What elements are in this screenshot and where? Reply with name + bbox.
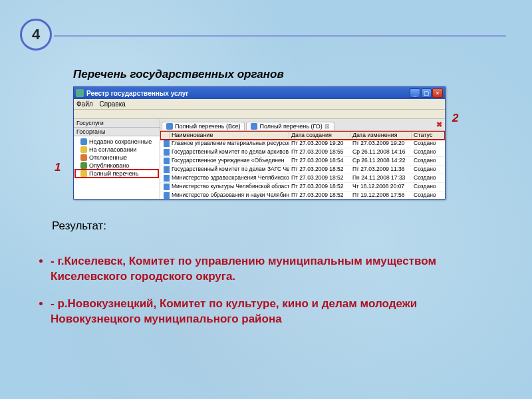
cell-name: Государственное учреждение «Объединен — [170, 157, 289, 165]
close-all-tabs-icon[interactable]: ✖ — [436, 120, 442, 129]
cell-modified: Пт 19.12.2008 17:56 — [350, 192, 412, 199]
folder-icon — [80, 162, 87, 169]
row-icon — [164, 149, 170, 156]
main-panel: Полный перечень (Все) Полный перечень (Г… — [160, 119, 445, 199]
cell-modified: Ср 26.11.2008 14:22 — [350, 157, 412, 165]
cell-status: Создано — [412, 157, 445, 165]
cell-created: Пт 27.03.2009 18:54 — [289, 157, 350, 165]
tab-icon — [251, 123, 257, 130]
cell-status: Создано — [412, 183, 445, 191]
row-icon — [164, 166, 170, 173]
sidebar-item-recent[interactable]: Недавно сохраненные — [75, 138, 158, 146]
cell-created: Пт 27.03.2009 19:20 — [289, 140, 350, 148]
bullet-item: - р.Новокузнецкий, Комитет по культуре, … — [51, 297, 492, 327]
cell-status: Создано — [412, 140, 445, 148]
sidebar-item-label: На согласовании — [89, 146, 136, 153]
row-icon — [164, 140, 170, 147]
sidebar-section-gosuslugi[interactable]: Госуслуги — [74, 119, 160, 128]
grid-header-modified[interactable]: Дата изменения — [350, 131, 412, 139]
table-row[interactable]: Государственное учреждение «ОбъединенПт … — [160, 157, 445, 166]
menubar: Файл Справка — [74, 99, 445, 110]
cell-name: Министерство здравоохранения Челябинской — [170, 174, 289, 182]
cell-status: Создано — [412, 192, 445, 199]
bullet-item: - г.Киселевск, Комитет по управлению мун… — [51, 254, 492, 285]
sidebar-item-published[interactable]: Опубликовано — [75, 162, 158, 170]
table-row[interactable]: Главное управление материальных ресурсов… — [160, 140, 445, 148]
callout-1: 1 — [55, 161, 61, 174]
folder-icon — [80, 170, 87, 177]
cell-created: Пт 27.03.2009 18:52 — [289, 174, 350, 182]
slide-number: 4 — [32, 26, 40, 43]
grid-header-row: Наименование Дата создания Дата изменени… — [160, 131, 445, 140]
tab-label: Полный перечень (ГО) — [259, 123, 322, 130]
cell-name: Главное управление материальных ресурсов — [170, 140, 289, 148]
sidebar-section-gosorgany[interactable]: Госорганы — [74, 128, 160, 136]
app-window: Реестр государственных услуг _ ▢ × Файл … — [73, 86, 446, 200]
cell-status: Создано — [412, 148, 445, 156]
close-button[interactable]: × — [432, 88, 443, 98]
cell-modified: Пн 24.11.2008 17:33 — [350, 174, 412, 182]
minimize-button[interactable]: _ — [410, 88, 420, 98]
table-row[interactable]: Государственный комитет по делам архивов… — [160, 148, 445, 157]
cell-name: Министерство образования и науки Челябин… — [170, 192, 289, 199]
titlebar[interactable]: Реестр государственных услуг _ ▢ × — [74, 87, 445, 99]
row-icon — [164, 192, 170, 199]
tab-icon — [166, 123, 173, 130]
maximize-button[interactable]: ▢ — [421, 88, 432, 98]
sidebar-tree: Недавно сохраненные На согласовании Откл… — [74, 136, 160, 199]
table-row[interactable]: Министерство образования и науки Челябин… — [160, 192, 445, 199]
grid-header-status[interactable]: Статус — [412, 131, 445, 139]
grid-header-name[interactable]: Наименование — [170, 131, 289, 139]
result-bullets: - г.Киселевск, Комитет по управлению мун… — [37, 254, 492, 339]
app-icon — [76, 89, 84, 97]
table-row[interactable]: Государственный комитет по делам ЗАГС Че… — [160, 166, 445, 174]
sidebar-item-rejected[interactable]: Отклоненные — [75, 154, 158, 162]
callout-2: 2 — [452, 112, 458, 125]
sidebar-item-full-list[interactable]: Полный перечень — [75, 170, 158, 178]
grid-header-created[interactable]: Дата создания — [289, 131, 350, 139]
window-title: Реестр государственных услуг — [86, 90, 410, 97]
sidebar-item-label: Недавно сохраненные — [89, 138, 152, 145]
toolbar — [74, 110, 445, 119]
cell-created: Пт 27.03.2009 18:55 — [289, 148, 350, 156]
tab-full-list-all[interactable]: Полный перечень (Все) — [162, 122, 245, 130]
cell-created: Пт 27.03.2009 18:52 — [289, 166, 350, 174]
row-icon — [164, 175, 170, 182]
cell-modified: Пт 27.03.2009 11:36 — [350, 166, 412, 174]
row-icon — [164, 184, 170, 190]
cell-status: Создано — [412, 174, 445, 182]
row-icon — [164, 158, 170, 164]
menu-file[interactable]: Файл — [76, 100, 93, 108]
folder-icon — [80, 154, 87, 161]
sidebar-item-label: Опубликовано — [89, 162, 129, 169]
menu-help[interactable]: Справка — [100, 100, 126, 108]
sidebar-item-label: Отклоненные — [89, 154, 127, 161]
sidebar-item-label: Полный перечень — [89, 170, 138, 177]
result-label: Результат: — [52, 219, 106, 233]
cell-status: Создано — [412, 166, 445, 174]
cell-name: Государственный комитет по делам архивов — [170, 148, 289, 156]
tab-full-list-go[interactable]: Полный перечень (ГО) ⊠ — [246, 122, 334, 130]
cell-modified: Пт 27.03.2009 19:20 — [350, 140, 412, 148]
grid-header-icon[interactable] — [160, 131, 170, 139]
slide-number-badge: 4 — [20, 19, 52, 51]
cell-created: Пт 27.03.2009 18:52 — [289, 183, 350, 191]
grid-body: Главное управление материальных ресурсов… — [160, 140, 445, 199]
cell-modified: Ср 26.11.2008 14:16 — [350, 148, 412, 156]
cell-name: Государственный комитет по делам ЗАГС Че… — [170, 166, 289, 174]
cell-name: Министерство культуры Челябинской област… — [170, 183, 289, 191]
tab-label: Полный перечень (Все) — [175, 123, 240, 130]
sidebar: Госуслуги Госорганы Недавно сохраненные … — [74, 119, 160, 199]
cell-created: Пт 27.03.2009 18:52 — [289, 192, 350, 199]
sidebar-item-approval[interactable]: На согласовании — [75, 146, 158, 154]
folder-icon — [80, 138, 87, 145]
tab-close-icon[interactable]: ⊠ — [325, 123, 330, 130]
slide-heading: Перечень государственных органов — [73, 68, 284, 81]
folder-icon — [80, 146, 87, 153]
table-row[interactable]: Министерство здравоохранения Челябинской… — [160, 174, 445, 183]
table-row[interactable]: Министерство культуры Челябинской област… — [160, 183, 445, 192]
cell-modified: Чт 18.12.2008 20:07 — [350, 183, 412, 191]
tabbar: Полный перечень (Все) Полный перечень (Г… — [160, 119, 445, 131]
